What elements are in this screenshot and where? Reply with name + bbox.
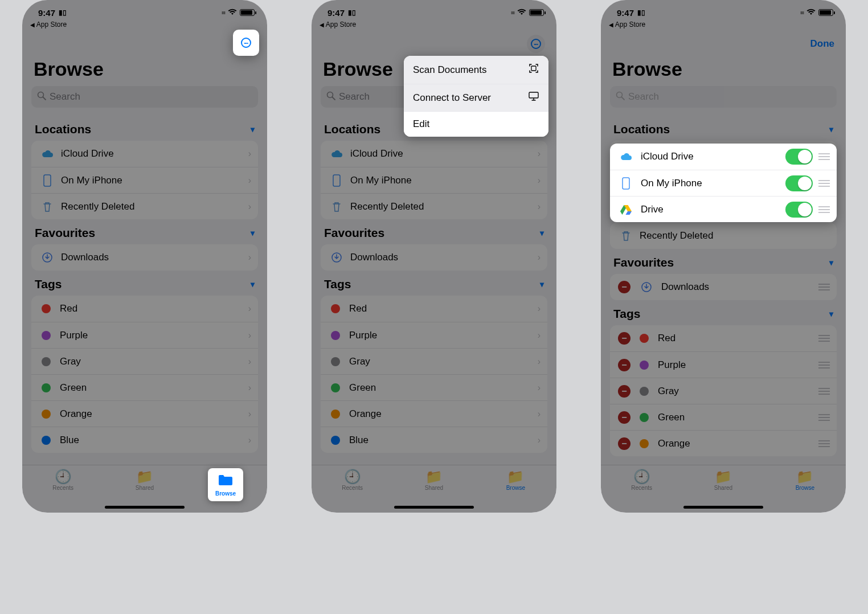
toggle-on-my-iphone[interactable] — [785, 175, 813, 191]
tag-blue[interactable]: Blue› — [31, 427, 258, 453]
highlight-tab-browse[interactable]: Browse — [208, 468, 243, 501]
more-button[interactable]: ••• — [527, 35, 545, 53]
reorder-handle-icon[interactable] — [818, 335, 830, 342]
edit-location-icloud[interactable]: iCloud Drive — [610, 144, 837, 170]
page-title: Browse — [22, 55, 267, 86]
section-tags[interactable]: Tags ▾ — [31, 271, 258, 296]
tab-recents[interactable]: 🕘Recents — [312, 465, 393, 513]
tag-orange-edit[interactable]: −Orange — [610, 430, 837, 456]
tag-gray[interactable]: Gray› — [31, 348, 258, 374]
location-recently-deleted[interactable]: Recently Deleted › — [31, 193, 258, 219]
chevron-right-icon: › — [248, 202, 251, 212]
tag-gray-edit[interactable]: −Gray — [610, 378, 837, 404]
edit-location-drive[interactable]: Drive — [610, 196, 837, 222]
scan-icon — [528, 63, 539, 77]
reorder-handle-icon[interactable] — [818, 284, 830, 290]
panel-browse-menu-open: 9:47▮▯ ıııı App Store ••• Browse Search … — [312, 0, 556, 513]
favourite-downloads[interactable]: Downloads › — [31, 244, 258, 271]
favourite-downloads[interactable]: Downloads› — [321, 244, 547, 271]
remove-icon[interactable]: − — [618, 332, 630, 345]
tag-red-edit[interactable]: −Red — [610, 325, 837, 351]
home-indicator[interactable] — [394, 506, 474, 509]
search-input[interactable]: Search — [31, 86, 258, 108]
tag-red[interactable]: Red› — [31, 296, 258, 322]
chevron-down-icon: ▾ — [251, 125, 255, 134]
toggle-drive[interactable] — [785, 202, 813, 218]
folder-icon — [218, 473, 234, 490]
tag-blue[interactable]: Blue› — [321, 427, 547, 453]
tag-dot-icon — [42, 331, 51, 340]
tag-green-edit[interactable]: −Green — [610, 404, 837, 430]
tag-purple[interactable]: Purple› — [321, 322, 547, 348]
trash-icon — [618, 230, 634, 241]
folder-shared-icon: 📁 — [136, 470, 153, 484]
tab-browse[interactable]: 📁Browse — [764, 465, 846, 513]
location-on-my-iphone[interactable]: On My iPhone › — [31, 167, 258, 193]
status-bar: 9:47▮▯ ıııı — [312, 0, 556, 21]
tag-dot-icon — [42, 436, 51, 445]
trash-icon — [39, 201, 55, 212]
tag-purple-edit[interactable]: −Purple — [610, 351, 837, 378]
tab-recents[interactable]: 🕘Recents — [22, 465, 104, 513]
search-placeholder: Search — [50, 91, 80, 103]
reorder-handle-icon[interactable] — [818, 180, 830, 187]
remove-icon[interactable]: − — [618, 281, 630, 293]
tag-orange[interactable]: Orange› — [321, 400, 547, 427]
more-icon: ••• — [241, 38, 251, 48]
done-button[interactable]: Done — [810, 38, 835, 50]
location-icloud[interactable]: iCloud Drive› — [321, 141, 547, 167]
section-favourites[interactable]: Favourites ▾ — [31, 219, 258, 244]
menu-edit[interactable]: Edit — [404, 112, 548, 137]
search-icon — [37, 91, 46, 103]
reorder-handle-icon[interactable] — [818, 153, 830, 160]
home-indicator[interactable] — [105, 506, 185, 509]
edit-location-on-my-iphone[interactable]: On My iPhone — [610, 170, 837, 196]
svg-line-1 — [43, 97, 46, 100]
favourite-downloads-edit[interactable]: − Downloads — [610, 274, 837, 300]
reorder-handle-icon[interactable] — [818, 206, 830, 213]
highlight-edit-locations: iCloud Drive On My iPhone Drive — [610, 144, 837, 222]
tag-gray[interactable]: Gray› — [321, 348, 547, 374]
location-recently-deleted[interactable]: Recently Deleted› — [321, 193, 547, 219]
back-to-app[interactable]: App Store — [601, 21, 846, 32]
tag-dot-icon — [42, 383, 51, 392]
menu-scan-documents[interactable]: Scan Documents — [404, 56, 548, 84]
status-bar: 9:47 ▮▯ ıııı — [22, 0, 267, 21]
search-icon — [326, 91, 335, 103]
tag-green[interactable]: Green› — [31, 374, 258, 400]
location-icloud[interactable]: iCloud Drive › — [31, 141, 258, 167]
back-to-app[interactable]: App Store — [312, 21, 556, 32]
tag-dot-icon — [42, 357, 51, 366]
location-on-my-iphone[interactable]: On My iPhone› — [321, 167, 547, 193]
cloud-icon — [618, 152, 634, 161]
menu-connect-to-server[interactable]: Connect to Server — [404, 84, 548, 112]
search-icon — [616, 91, 625, 103]
section-tags[interactable]: Tags▾ — [610, 300, 837, 325]
tag-green[interactable]: Green› — [321, 374, 547, 400]
section-locations[interactable]: Locations ▾ — [31, 116, 258, 141]
search-input[interactable]: Search — [610, 86, 837, 108]
tag-orange[interactable]: Orange› — [31, 400, 258, 427]
tag-purple[interactable]: Purple› — [31, 322, 258, 348]
home-indicator[interactable] — [683, 506, 763, 509]
chevron-right-icon: › — [248, 149, 251, 159]
clock-icon: 🕘 — [55, 470, 72, 484]
server-icon — [528, 91, 539, 104]
google-drive-icon — [618, 204, 634, 215]
tag-red[interactable]: Red› — [321, 296, 547, 322]
tab-recents[interactable]: 🕘Recents — [601, 465, 682, 513]
section-favourites[interactable]: Favourites▾ — [610, 249, 837, 274]
chevron-right-icon: › — [248, 252, 251, 263]
highlight-more-button[interactable]: ••• — [233, 30, 259, 56]
sim-icon: ▮▯ — [59, 9, 67, 17]
tab-browse[interactable]: 📁Browse — [475, 465, 556, 513]
section-locations[interactable]: Locations▾ — [610, 116, 837, 141]
context-menu: Scan Documents Connect to Server Edit — [404, 56, 548, 137]
location-recently-deleted[interactable]: Recently Deleted — [610, 223, 837, 249]
download-icon — [39, 252, 55, 263]
toggle-icloud[interactable] — [785, 149, 813, 165]
chevron-right-icon: › — [248, 175, 251, 186]
back-to-app[interactable]: App Store — [22, 21, 267, 32]
svg-rect-6 — [333, 175, 340, 186]
svg-rect-9 — [529, 92, 538, 98]
